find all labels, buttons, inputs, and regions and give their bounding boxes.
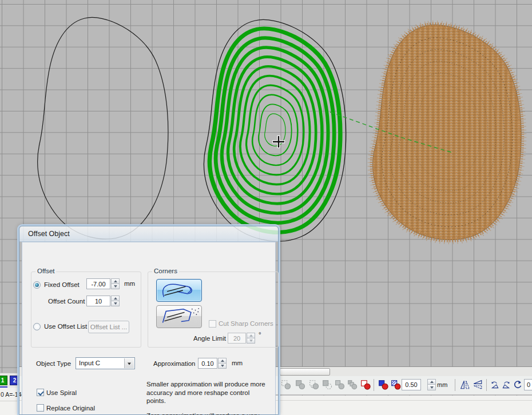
fixed-offset-radio[interactable] — [33, 281, 41, 289]
chevron-down-icon[interactable] — [124, 358, 134, 368]
object-type-label: Object Type — [36, 360, 71, 367]
outline-shape[interactable] — [38, 17, 168, 239]
exclude-disabled-icon[interactable] — [322, 380, 332, 390]
mirror-horizontal-icon[interactable] — [460, 380, 470, 390]
replace-original-label: Replace Original — [46, 405, 95, 412]
object-type-value: Input C — [79, 360, 100, 366]
cut-sharp-corners-label: Cut Sharp Corners — [219, 320, 273, 327]
rotate-angle-input[interactable]: 0 — [524, 379, 532, 390]
angle-limit-input[interactable]: 20 — [228, 333, 246, 344]
approximation-note-2: Zero approximation will produce a very a… — [146, 412, 268, 415]
toolbar-separator — [374, 379, 374, 391]
offset-group-label: Offset — [35, 268, 56, 274]
front-minus-back-disabled-icon[interactable] — [335, 380, 345, 390]
outline-width-unit: mm — [437, 381, 447, 388]
replace-original-checkbox[interactable] — [37, 404, 44, 412]
dialog-title: Offset Object — [28, 230, 70, 238]
color-palette: 1 2 — [0, 373, 19, 388]
sharp-corners-icon — [157, 306, 201, 328]
rotate-left-icon[interactable] — [490, 380, 500, 390]
to-front-icon[interactable] — [378, 380, 388, 390]
fixed-offset-label: Fixed Offset — [44, 281, 80, 288]
intersect-disabled-icon[interactable] — [309, 380, 319, 390]
fixed-offset-unit: mm — [124, 280, 135, 287]
angle-limit-label: Angle Limit — [193, 335, 226, 342]
application-window: 0.50 mm 0 1 2 0 A=-14 Off — [0, 0, 532, 415]
offset-count-label: Offset Count — [48, 298, 85, 305]
use-spiral-checkbox[interactable] — [37, 389, 44, 396]
status-coordinates: 0 A=-14 — [0, 388, 19, 415]
dialog-title-bar[interactable]: Offset Object — [19, 226, 278, 242]
sharp-corners-button[interactable] — [156, 305, 202, 328]
approximation-note-1: Smaller approximation will produce more … — [146, 380, 268, 405]
trim-disabled-icon[interactable] — [295, 380, 305, 390]
palette-color-1[interactable]: 1 — [0, 376, 7, 385]
offset-list-button[interactable]: Offset List ... — [88, 321, 129, 333]
scrollbar-thumb[interactable] — [280, 368, 330, 376]
approximation-unit: mm — [232, 360, 243, 366]
fixed-offset-input[interactable]: -7.00 — [86, 278, 110, 289]
cut-sharp-corners-checkbox[interactable] — [209, 320, 216, 328]
weld-icon[interactable] — [360, 380, 371, 390]
object-type-select[interactable]: Input C — [76, 357, 135, 369]
toolbar-separator — [486, 379, 487, 391]
fill-hole-icon[interactable] — [391, 380, 401, 390]
approximation-label: Approximation — [153, 360, 196, 367]
mirror-vertical-icon[interactable] — [473, 380, 483, 390]
dialog-body: Offset Fixed Offset -7.00 mm Offset Coun… — [22, 242, 276, 414]
weld-disabled-icon[interactable] — [281, 380, 291, 390]
palette-color-2[interactable]: 2 — [10, 376, 19, 385]
angle-limit-unit: ° — [259, 331, 261, 338]
use-spiral-label: Use Spiral — [46, 389, 77, 396]
outline-width-input[interactable]: 0.50 — [402, 379, 421, 390]
back-minus-front-disabled-icon[interactable] — [347, 380, 358, 390]
angle-limit-stepper[interactable] — [247, 333, 255, 344]
offset-object-dialog: Offset Object Offset Fixed Offset -7.00 … — [19, 226, 279, 415]
rounded-corners-icon — [157, 280, 201, 301]
use-offset-list-radio[interactable] — [33, 323, 41, 330]
rounded-corners-button[interactable] — [156, 279, 202, 302]
use-offset-list-label: Use Offset List — [44, 323, 87, 330]
approximation-stepper[interactable] — [218, 358, 227, 369]
stitched-shape[interactable] — [373, 25, 522, 240]
spiral-offset-shape[interactable] — [204, 19, 346, 241]
corners-group-label: Corners — [152, 268, 179, 274]
rotate-right-icon[interactable] — [501, 380, 511, 390]
fixed-offset-stepper[interactable] — [111, 278, 120, 289]
outline-width-stepper[interactable] — [427, 379, 436, 390]
approximation-input[interactable]: 0.10 — [198, 358, 217, 369]
offset-count-stepper[interactable] — [111, 296, 120, 306]
offset-count-input[interactable]: 10 — [86, 296, 110, 306]
rotate-ccw-icon[interactable] — [513, 380, 523, 390]
toolbar-separator — [455, 379, 455, 391]
